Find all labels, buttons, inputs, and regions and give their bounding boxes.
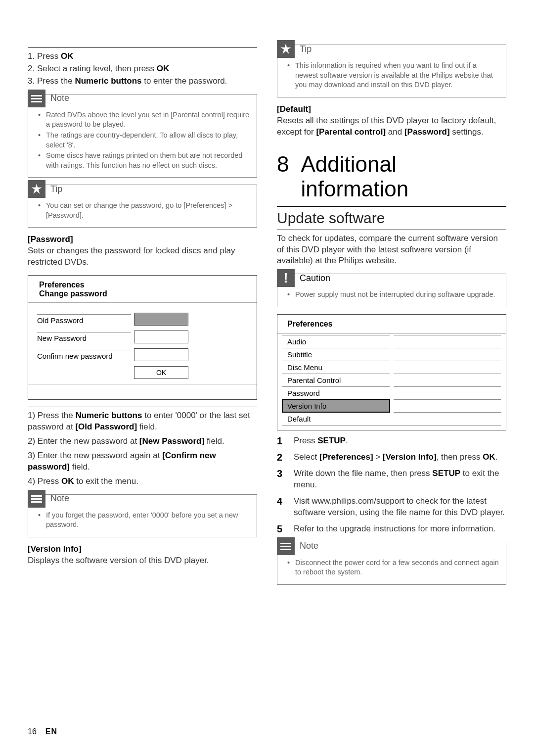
caution-header: ! Caution [277, 269, 505, 287]
prefs-row-password[interactable]: Password [277, 386, 506, 399]
left-column: 1. Press OK 2. Select a rating level, th… [28, 45, 257, 592]
section-heading: Update software [277, 210, 506, 227]
note-title: Note [50, 493, 69, 504]
page-content: 1. Press OK 2. Select a rating level, th… [0, 0, 534, 612]
new-password-row: New Password [37, 331, 248, 343]
prefs-row-disc-menu[interactable]: Disc Menu [277, 361, 506, 374]
step-item: Press SETUP. [277, 435, 506, 447]
tip-item: This information is required when you wa… [289, 61, 499, 90]
chapter-title: Additional information [301, 152, 506, 201]
page-lang: EN [45, 727, 57, 736]
page-number: 16 [28, 727, 37, 736]
note-header: Note [28, 90, 256, 107]
password-desc: Sets or changes the password for locked … [28, 245, 257, 268]
tip-header: Tip [28, 180, 256, 198]
confirm-password-field[interactable] [134, 348, 188, 361]
prefs-body: Audio Subtitle Disc Menu Parental Contro… [277, 334, 506, 430]
rule [28, 47, 257, 48]
pw-step-2: 2) Enter the new password at [New Passwo… [28, 436, 257, 447]
tip-list: You can set or change the password, go t… [28, 201, 257, 227]
tip-box-2: Tip This information is required when yo… [277, 45, 506, 97]
step-item: Visit www.philips.com/support to check f… [277, 496, 506, 519]
tip-header: Tip [277, 40, 505, 58]
press-ok-steps: 1. Press OK 2. Select a rating level, th… [28, 51, 257, 87]
old-password-field[interactable] [134, 313, 188, 326]
prefs-row-default[interactable]: Default [277, 412, 506, 425]
pw-step-3: 3) Enter the new password again at [Conf… [28, 450, 257, 473]
prefs-row-audio[interactable]: Audio [277, 335, 506, 348]
page-footer: 16 EN [28, 727, 57, 736]
step-1: 1. Press OK [28, 51, 257, 62]
note-header: Note [28, 490, 256, 508]
old-password-row: Old Password [37, 313, 248, 326]
note-header: Note [277, 537, 505, 555]
screen-body: Old Password New Password Confirm new pa… [28, 302, 257, 384]
note-list: Rated DVDs above the level you set in [P… [28, 110, 257, 177]
chapter-number: 8 [277, 152, 289, 177]
tip-icon [277, 40, 295, 58]
note-item: The ratings are country-dependent. To al… [40, 131, 250, 150]
new-password-label: New Password [37, 332, 131, 342]
new-password-field[interactable] [134, 331, 188, 343]
tip-item: You can set or change the password, go t… [40, 201, 250, 220]
right-column: Tip This information is required when yo… [277, 45, 506, 592]
prefs-row-version-info[interactable]: Version Info [277, 399, 506, 412]
note-box-3: Note Disconnect the power cord for a few… [277, 542, 506, 585]
note-title: Note [300, 541, 318, 551]
step-2: 2. Select a rating level, then press OK [28, 63, 257, 75]
default-heading: [Default] [277, 104, 506, 114]
prefs-title: Preferences [277, 315, 506, 334]
update-desc: To check for updates, compare the curren… [277, 233, 506, 267]
note-icon [28, 90, 45, 107]
default-desc: Resets all the settings of this DVD play… [277, 115, 506, 138]
prefs-row-parental[interactable]: Parental Control [277, 374, 506, 386]
caution-box: ! Caution Power supply must not be inter… [277, 274, 506, 307]
version-info-heading: [Version Info] [28, 544, 257, 554]
tip-title: Tip [50, 184, 62, 194]
svg-marker-0 [31, 184, 42, 194]
screen-footer [28, 384, 257, 399]
step-item: Select [Preferences] > [Version Info], t… [277, 452, 506, 463]
update-steps: Press SETUP. Select [Preferences] > [Ver… [277, 435, 506, 535]
caution-item: Power supply must not be interrupted dur… [289, 290, 499, 300]
chapter-heading: 8 Additional information [277, 152, 506, 201]
tip-list: This information is required when you wa… [277, 61, 506, 97]
note-list: Disconnect the power cord for a few seco… [277, 558, 506, 584]
version-info-desc: Displays the software version of this DV… [28, 555, 257, 567]
tip-box-1: Tip You can set or change the password, … [28, 185, 257, 228]
step-item: Write down the file name, then press SET… [277, 468, 506, 491]
svg-marker-1 [280, 44, 291, 54]
rule [277, 230, 506, 230]
caution-list: Power supply must not be interrupted dur… [277, 290, 506, 307]
tip-title: Tip [300, 44, 312, 54]
step-item: Refer to the upgrade instructions for mo… [277, 523, 506, 535]
ok-button[interactable]: OK [134, 366, 188, 379]
note-box-2: Note If you forget the password, enter '… [28, 494, 257, 537]
note-icon [277, 537, 295, 555]
change-password-screen: Preferences Change password Old Password… [28, 275, 257, 400]
note-icon [28, 490, 45, 508]
note-item: Disconnect the power cord for a few seco… [289, 558, 499, 577]
step-3: 3. Press the Numeric buttons to enter th… [28, 76, 257, 87]
preferences-screen: Preferences Audio Subtitle Disc Menu Par… [277, 314, 506, 430]
note-item: Rated DVDs above the level you set in [P… [40, 110, 250, 130]
caution-title: Caution [300, 273, 330, 284]
note-box-1: Note Rated DVDs above the level you set … [28, 94, 257, 178]
caution-icon: ! [277, 269, 295, 287]
screen-title: Preferences [39, 281, 246, 289]
tip-icon [28, 180, 45, 198]
screen-subtitle: Change password [39, 289, 246, 298]
prefs-row-subtitle[interactable]: Subtitle [277, 348, 506, 361]
pw-step-1: 1) Press the Numeric buttons to enter '0… [28, 410, 257, 433]
pw-step-4: 4) Press OK to exit the menu. [28, 476, 257, 487]
note-item: Some discs have ratings printed on them … [40, 151, 250, 170]
note-item: If you forget the password, enter '0000'… [40, 511, 250, 530]
password-heading: [Password] [28, 235, 257, 244]
rule [28, 407, 257, 407]
old-password-label: Old Password [37, 314, 131, 325]
rule [277, 206, 506, 207]
screen-header: Preferences Change password [28, 276, 257, 302]
confirm-password-label: Confirm new password [37, 350, 131, 360]
note-list: If you forget the password, enter '0000'… [28, 511, 257, 537]
confirm-password-row: Confirm new password [37, 348, 248, 361]
